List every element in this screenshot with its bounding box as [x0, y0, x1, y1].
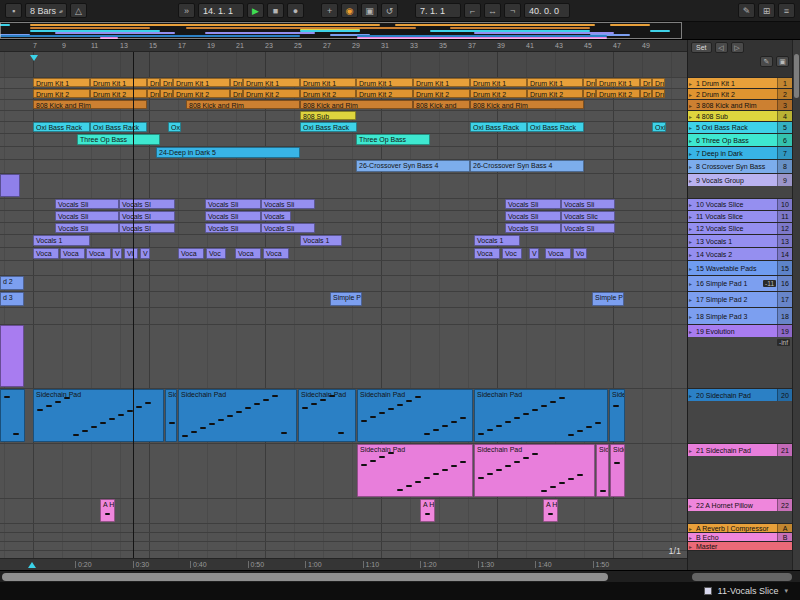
menu-icon[interactable]: ≡	[778, 3, 795, 18]
track-lane[interactable]: d 3Simple PaSimple Pa	[0, 292, 687, 308]
clip[interactable]: Drum Kit 1	[173, 78, 230, 87]
overdub-button[interactable]: ◉	[341, 3, 358, 18]
clip[interactable]: Oxi Bass Rack	[527, 122, 584, 132]
clip[interactable]: d 3	[0, 292, 24, 306]
track-lane[interactable]	[0, 524, 687, 533]
clip[interactable]: Vocals Sli	[561, 223, 615, 233]
fold-icon[interactable]: ▸	[688, 392, 696, 399]
fold-icon[interactable]: ▸	[688, 251, 696, 258]
clip[interactable]: Vocals Sli	[55, 223, 119, 233]
track-activator[interactable]: 15	[777, 261, 792, 275]
clip[interactable]: Drum Kit 1	[470, 78, 527, 87]
track-activator[interactable]: 1	[777, 78, 792, 88]
fold-icon[interactable]: ▸	[688, 177, 696, 184]
clip[interactable]: Sidechain Pad	[474, 389, 608, 442]
clip[interactable]: Oxi Bass Rack	[33, 122, 90, 132]
fold-icon[interactable]: ▸	[688, 525, 696, 532]
clip[interactable]: Oxi	[652, 122, 666, 132]
play-button[interactable]: ▶	[247, 3, 264, 18]
track-header[interactable]: ▸6 Three Op Bass6	[688, 134, 792, 147]
fold-icon[interactable]: ▸	[688, 502, 696, 509]
track-header[interactable]: ▸4 808 Sub4	[688, 111, 792, 122]
track-header[interactable]: ▸21 Sidechain Pad21	[688, 444, 792, 499]
clip[interactable]: 808 Kick and Rim	[186, 100, 300, 109]
clip[interactable]: Vocals Sli	[55, 211, 119, 221]
clip[interactable]: Voca	[60, 248, 85, 259]
punch-in-button[interactable]: ⌐	[464, 3, 481, 18]
clip[interactable]: V	[529, 248, 539, 259]
track-header[interactable]: ▸22 A Hornet Pillow22	[688, 499, 792, 524]
track-header[interactable]: ▸12 Vocals Slice12	[688, 223, 792, 235]
clip[interactable]: Dru	[652, 78, 665, 87]
follow-button[interactable]: »	[178, 3, 195, 18]
track-activator[interactable]: 17	[777, 292, 792, 307]
stepper-arrows-icon[interactable]: ▴▾	[59, 8, 62, 14]
metronome-icon[interactable]: △	[70, 3, 87, 18]
playhead[interactable]	[133, 52, 134, 558]
clip[interactable]: V	[140, 248, 150, 259]
track-activator[interactable]: 14	[777, 248, 792, 260]
fold-icon[interactable]: ▸	[688, 124, 696, 131]
track-activator[interactable]: 12	[777, 223, 792, 234]
clip[interactable]: Drum	[160, 78, 173, 87]
track-header[interactable]: ▸8 Crossover Syn Bass8	[688, 160, 792, 174]
time-ruler[interactable]: 0:200:300:400:501:001:101:201:301:401:50	[0, 558, 687, 570]
clip[interactable]: Oxi	[168, 122, 181, 132]
fold-icon[interactable]: ▸	[688, 313, 696, 320]
clip[interactable]: Drum Kit 2	[527, 89, 583, 98]
chevron-down-icon[interactable]: ▾	[784, 587, 788, 595]
track-activator[interactable]: 21	[777, 444, 792, 456]
track-header[interactable]: ▸1 Drum Kit 11	[688, 78, 792, 89]
fold-icon[interactable]: ▸	[688, 91, 696, 98]
clip[interactable]: Vocals Sli	[505, 211, 561, 221]
clip[interactable]: Voca	[235, 248, 261, 259]
clip[interactable]: Vocals Sli	[205, 199, 261, 209]
draw-mode-button[interactable]: ✎	[738, 3, 755, 18]
track-lane[interactable]: d 2	[0, 276, 687, 292]
track-header[interactable]: ▸20 Sidechain Pad20	[688, 389, 792, 444]
clip[interactable]: Vocals 1	[300, 235, 342, 246]
track-lane[interactable]: 24-Deep in Dark 5	[0, 147, 687, 160]
clip[interactable]: Drum Kit 2	[300, 89, 356, 98]
clip[interactable]: Drum Kit 1	[243, 78, 300, 87]
loop-start-marker-icon[interactable]	[28, 562, 36, 568]
clip[interactable]: Drum Kit 1	[527, 78, 583, 87]
clip[interactable]: Drum Kit 2	[470, 89, 527, 98]
insert-marker-icon[interactable]	[30, 55, 38, 61]
track-activator[interactable]: A	[777, 524, 792, 532]
clip[interactable]: Voca	[545, 248, 571, 259]
automation-arm-button[interactable]: ▣	[361, 3, 378, 18]
clip[interactable]: Drum	[147, 78, 160, 87]
track-header[interactable]: ▸17 Simple Pad 217	[688, 292, 792, 308]
clip[interactable]: 808 Kick and Rim	[33, 100, 147, 109]
reenable-automation-button[interactable]: ↺	[381, 3, 398, 18]
track-header[interactable]: ▸14 Vocals 214	[688, 248, 792, 261]
track-lane[interactable]: Three Op BassThree Op Bass	[0, 134, 687, 147]
track-lane[interactable]	[0, 308, 687, 325]
horizontal-scrollbar[interactable]	[0, 570, 800, 582]
next-locator-icon[interactable]: ▷	[731, 42, 744, 53]
prev-locator-icon[interactable]: ◁	[715, 42, 728, 53]
clip[interactable]: V	[112, 248, 122, 259]
track-header[interactable]: ▸16 Simple Pad 1-1116	[688, 276, 792, 292]
clip[interactable]: Drum Kit 1	[413, 78, 470, 87]
horizontal-scrollbar-thumb[interactable]	[2, 573, 608, 581]
clip[interactable]: Vocals Sli	[505, 199, 561, 209]
clip[interactable]: Dr	[640, 89, 652, 98]
clip[interactable]: 808 Kick and	[413, 100, 470, 109]
clip[interactable]: Drum	[160, 89, 173, 98]
arrangement-overview[interactable]	[0, 22, 800, 40]
clip[interactable]	[0, 174, 20, 197]
clip[interactable]: 26-Crossover Syn Bass 4	[470, 160, 584, 172]
track-lane[interactable]: 808 Sub	[0, 111, 687, 122]
vertical-scrollbar-thumb[interactable]	[794, 54, 799, 98]
clip[interactable]: Sidechain Pad	[357, 444, 473, 497]
clip[interactable]: Voca	[178, 248, 204, 259]
clip[interactable]: Simple Pa	[330, 292, 362, 306]
fold-icon[interactable]: ▸	[688, 265, 696, 272]
clip-color-chip[interactable]	[704, 587, 712, 595]
clip[interactable]: A Ho	[100, 499, 115, 522]
clip[interactable]: Side	[610, 444, 625, 497]
fold-icon[interactable]: ▸	[688, 102, 696, 109]
clip[interactable]: 26-Crossover Syn Bass 4	[356, 160, 470, 172]
